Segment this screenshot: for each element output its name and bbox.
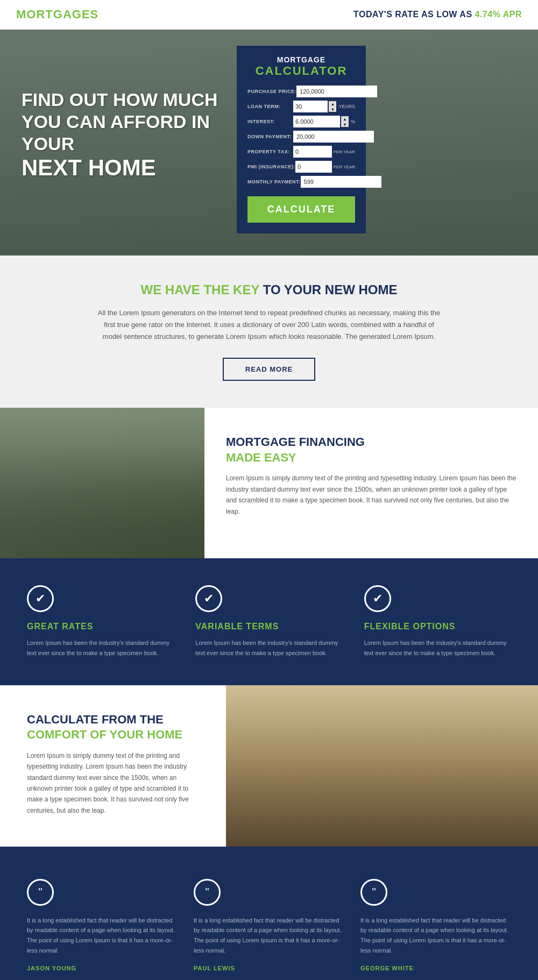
calc-home-section: CALCULATE FROM THE COMFORT OF YOUR HOME … <box>0 685 538 847</box>
home-image-placeholder <box>226 685 538 847</box>
feature-flexible-options: ✔ FLEXIBLE OPTIONS Lorem Ipsum has been … <box>364 585 511 658</box>
flexible-options-icon: ✔ <box>364 585 391 612</box>
interest-unit: % <box>351 119 355 124</box>
header: MORTGAGES TODAY'S RATE AS LOW AS 4.74% A… <box>0 0 538 30</box>
pmi-group: PER YEAR <box>295 161 355 173</box>
testimonials-section: " It is a long established fact that rea… <box>0 847 538 980</box>
rate-value: 4.74% APR <box>475 10 522 19</box>
logo: MORTGAGES <box>16 8 98 22</box>
purchase-price-row: PURCHASE PRICE: <box>247 86 355 97</box>
property-tax-row: PROPERTY TAX: PER YEAR <box>247 146 355 158</box>
testimonial-name-1: JASON YOUNG <box>27 965 178 971</box>
testimonial-jason: " It is a long established fact that rea… <box>27 879 178 972</box>
key-body: All the Lorem Ipsum generators on the In… <box>97 307 441 343</box>
great-rates-body: Lorem Ipsum has been the industry's stan… <box>27 638 174 658</box>
interest-up[interactable]: ▲ <box>341 116 349 122</box>
monthly-payment-row: MONTHLY PAYMENT: <box>247 176 355 188</box>
purchase-price-label: PURCHASE PRICE: <box>247 89 296 94</box>
flexible-options-title: FLEXIBLE OPTIONS <box>364 622 511 631</box>
calc-title: MORTGAGE <box>247 55 355 64</box>
calc-home-image <box>226 685 538 847</box>
testimonial-george: " It is a long established fact that rea… <box>360 879 511 972</box>
great-rates-icon: ✔ <box>27 585 54 612</box>
headline-line1: FIND OUT HOW MUCH <box>22 89 218 110</box>
interest-spinner[interactable]: ▲ ▼ <box>341 116 349 127</box>
calc-home-content: CALCULATE FROM THE COMFORT OF YOUR HOME … <box>0 685 226 847</box>
interest-input[interactable] <box>293 116 340 127</box>
interest-label: INTEREST: <box>247 119 293 124</box>
property-tax-unit: PER YEAR <box>334 150 355 154</box>
testimonial-name-2: PAUL LEWIS <box>194 965 344 971</box>
testimonial-name-3: GEORGE WHITE <box>360 965 511 971</box>
features-section: ✔ GREAT RATES Lorem Ipsum has been the i… <box>0 558 538 685</box>
financing-title: MORTGAGE FINANCING MADE EASY <box>226 435 516 465</box>
calc-home-title-line1: CALCULATE FROM THE <box>27 713 164 726</box>
pmi-unit: PER YEAR <box>334 165 355 169</box>
flexible-options-body: Lorem Ipsum has been the industry's stan… <box>364 638 511 658</box>
pmi-label: PMI (INSURANCE): <box>247 164 295 169</box>
house-image-placeholder <box>0 408 204 558</box>
down-payment-row: DOWN PAYMENT: <box>247 131 355 143</box>
loan-term-row: LOAN TERM: ▲ ▼ YEARS <box>247 101 355 112</box>
key-title-green: WE HAVE THE KEY <box>141 282 263 297</box>
property-tax-input[interactable] <box>293 146 332 158</box>
down-payment-label: DOWN PAYMENT: <box>247 134 293 139</box>
calc-home-body: Lorem Ipsum is simply dummy text of the … <box>27 750 199 816</box>
financing-title-line1: MORTGAGE FINANCING <box>226 435 365 449</box>
hero-headline: FIND OUT HOW MUCH YOU CAN AFFORD IN YOUR… <box>22 89 221 182</box>
headline-line3: NEXT HOME <box>22 155 156 180</box>
mortgage-calculator: MORTGAGE CALCULATOR PURCHASE PRICE: LOAN… <box>237 46 366 233</box>
logo-m: M <box>16 8 26 21</box>
testimonial-text-3: It is a long established fact that reade… <box>360 915 511 956</box>
key-title: WE HAVE THE KEY TO YOUR NEW HOME <box>32 282 506 297</box>
monthly-payment-input[interactable] <box>301 176 381 188</box>
calc-title-green: CALCULATOR <box>247 64 355 78</box>
key-title-dark: TO YOUR NEW HOME <box>263 282 398 297</box>
logo-rest: ORTGAGES <box>26 8 98 21</box>
variable-terms-icon: ✔ <box>195 585 222 612</box>
property-tax-label: PROPERTY TAX: <box>247 149 293 154</box>
loan-term-spinner[interactable]: ▲ ▼ <box>329 101 336 112</box>
financing-section: MORTGAGE FINANCING MADE EASY Lorem Ipsum… <box>0 408 538 558</box>
read-more-button[interactable]: READ MORE <box>223 358 315 381</box>
testimonial-paul: " It is a long established fact that rea… <box>194 879 344 972</box>
testimonial-quote-icon-3: " <box>360 879 387 906</box>
testimonial-text-1: It is a long established fact that reade… <box>27 915 178 956</box>
loan-term-label: LOAN TERM: <box>247 104 293 109</box>
testimonial-quote-icon-2: " <box>194 879 221 906</box>
financing-title-green: MADE EASY <box>226 451 296 464</box>
loan-term-group: ▲ ▼ YEARS <box>293 101 355 112</box>
property-tax-group: PER YEAR <box>293 146 355 158</box>
interest-down[interactable]: ▼ <box>341 122 349 127</box>
down-payment-input[interactable] <box>293 131 374 143</box>
headline-line2: YOU CAN AFFORD IN YOUR <box>22 111 210 154</box>
header-rate: TODAY'S RATE AS LOW AS 4.74% APR <box>353 10 522 19</box>
pmi-row: PMI (INSURANCE): PER YEAR <box>247 161 355 173</box>
loan-term-unit: YEARS <box>338 104 355 109</box>
purchase-price-input[interactable] <box>296 86 377 97</box>
key-section: WE HAVE THE KEY TO YOUR NEW HOME All the… <box>0 255 538 408</box>
calc-home-title: CALCULATE FROM THE COMFORT OF YOUR HOME <box>27 712 199 743</box>
hero-text: FIND OUT HOW MUCH YOU CAN AFFORD IN YOUR… <box>16 46 221 182</box>
pmi-input[interactable] <box>295 161 332 173</box>
loan-term-up[interactable]: ▲ <box>329 101 336 106</box>
feature-great-rates: ✔ GREAT RATES Lorem Ipsum has been the i… <box>27 585 174 658</box>
variable-terms-body: Lorem Ipsum has been the industry's stan… <box>195 638 342 658</box>
hero-content: FIND OUT HOW MUCH YOU CAN AFFORD IN YOUR… <box>0 30 538 255</box>
feature-variable-terms: ✔ VARIABLE TERMS Lorem Ipsum has been th… <box>195 585 342 658</box>
financing-content: MORTGAGE FINANCING MADE EASY Lorem Ipsum… <box>204 408 538 558</box>
calculate-button[interactable]: CALCULATE <box>247 196 355 223</box>
loan-term-down[interactable]: ▼ <box>329 106 336 112</box>
testimonial-text-2: It is a long established fact that reade… <box>194 915 344 956</box>
interest-row: INTEREST: ▲ ▼ % <box>247 116 355 127</box>
great-rates-title: GREAT RATES <box>27 622 174 631</box>
financing-image <box>0 408 204 558</box>
rate-prefix: TODAY'S RATE AS LOW AS <box>353 10 475 19</box>
loan-term-input[interactable] <box>293 101 328 112</box>
calc-home-title-green: COMFORT OF YOUR HOME <box>27 728 182 741</box>
hero-section: FIND OUT HOW MUCH YOU CAN AFFORD IN YOUR… <box>0 30 538 255</box>
testimonial-quote-icon-1: " <box>27 879 54 906</box>
variable-terms-title: VARIABLE TERMS <box>195 622 342 631</box>
monthly-payment-label: MONTHLY PAYMENT: <box>247 179 301 184</box>
financing-body: Lorem Ipsum is simply dummy text of the … <box>226 473 516 517</box>
